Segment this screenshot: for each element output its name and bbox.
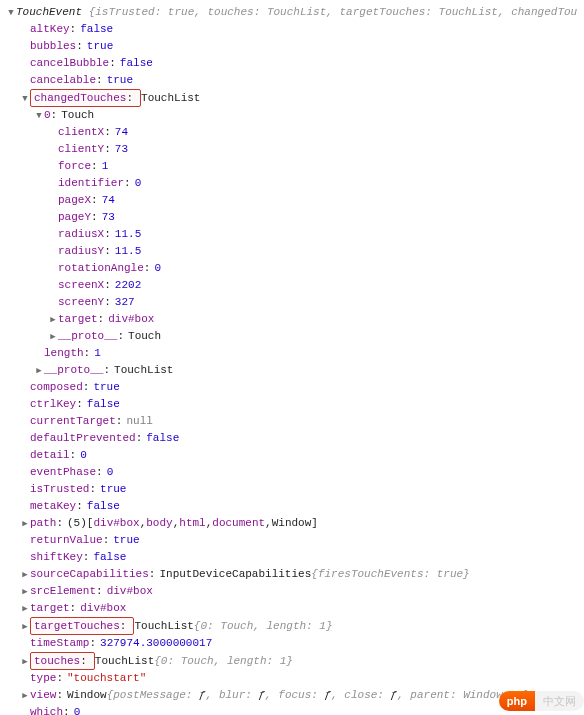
collapse-arrow-icon[interactable]: ▶ [20, 567, 30, 583]
touch-force[interactable]: ▶force:1 [6, 158, 578, 175]
prop-view[interactable]: ▶view:Window {postMessage: ƒ, blur: ƒ, f… [6, 687, 578, 704]
prop-target[interactable]: ▶target:div#box [6, 600, 578, 617]
touch-screeny[interactable]: ▶screenY:327 [6, 294, 578, 311]
touch-identifier[interactable]: ▶identifier:0 [6, 175, 578, 192]
touch-radiusx[interactable]: ▶radiusX:11.5 [6, 226, 578, 243]
prop-sourcecapabilities[interactable]: ▶sourceCapabilities:InputDeviceCapabilit… [6, 566, 578, 583]
touchlist-length[interactable]: ▶length:1 [6, 345, 578, 362]
touchlist-proto[interactable]: ▶__proto__:TouchList [6, 362, 578, 379]
collapse-arrow-icon[interactable]: ▶ [20, 516, 30, 532]
prop-cancelable[interactable]: ▶cancelable:true [6, 72, 578, 89]
prop-altkey[interactable]: ▶altKey:false [6, 21, 578, 38]
prop-cancelbubble[interactable]: ▶cancelBubble:false [6, 55, 578, 72]
collapse-arrow-icon[interactable]: ▶ [20, 584, 30, 600]
prop-detail[interactable]: ▶detail:0 [6, 447, 578, 464]
prop-which[interactable]: ▶which:0 [6, 704, 578, 715]
touch-screenx[interactable]: ▶screenX:2202 [6, 277, 578, 294]
watermark-pill: php [499, 691, 535, 711]
touch-clienty[interactable]: ▶clientY:73 [6, 141, 578, 158]
prop-returnvalue[interactable]: ▶returnValue:true [6, 532, 578, 549]
watermark-text: 中文网 [535, 691, 584, 711]
root-header[interactable]: ▼ TouchEvent {isTrusted: true, touches: … [6, 4, 578, 21]
prop-srcelement[interactable]: ▶srcElement:div#box [6, 583, 578, 600]
prop-targettouches[interactable]: ▶targetTouches: TouchList {0: Touch, len… [6, 617, 578, 635]
collapse-arrow-icon[interactable]: ▶ [20, 654, 30, 670]
watermark: php中文网 [499, 691, 584, 711]
prop-defaultprevented[interactable]: ▶defaultPrevented:false [6, 430, 578, 447]
prop-metakey[interactable]: ▶metaKey:false [6, 498, 578, 515]
touch-clientx[interactable]: ▶clientX:74 [6, 124, 578, 141]
collapse-arrow-icon[interactable]: ▶ [20, 601, 30, 617]
touch-pagey[interactable]: ▶pageY:73 [6, 209, 578, 226]
object-tree: ▼ TouchEvent {isTrusted: true, touches: … [6, 4, 578, 715]
prop-timestamp[interactable]: ▶timeStamp:327974.3000000017 [6, 635, 578, 652]
prop-path[interactable]: ▶path:(5) [div#box, body, html, document… [6, 515, 578, 532]
prop-shiftkey[interactable]: ▶shiftKey:false [6, 549, 578, 566]
prop-composed[interactable]: ▶composed:true [6, 379, 578, 396]
prop-bubbles[interactable]: ▶bubbles:true [6, 38, 578, 55]
prop-ctrlkey[interactable]: ▶ctrlKey:false [6, 396, 578, 413]
collapse-arrow-icon[interactable]: ▶ [48, 312, 58, 328]
touch-proto[interactable]: ▶__proto__:Touch [6, 328, 578, 345]
prop-istrusted[interactable]: ▶isTrusted:true [6, 481, 578, 498]
touchlist-item-0[interactable]: ▼0:Touch [6, 107, 578, 124]
prop-touches[interactable]: ▶touches: TouchList {0: Touch, length: 1… [6, 652, 578, 670]
touch-rotationangle[interactable]: ▶rotationAngle:0 [6, 260, 578, 277]
prop-changedtouches[interactable]: ▼changedTouches: TouchList [6, 89, 578, 107]
touch-target[interactable]: ▶target:div#box [6, 311, 578, 328]
prop-eventphase[interactable]: ▶eventPhase:0 [6, 464, 578, 481]
expand-arrow-icon[interactable]: ▼ [6, 5, 16, 21]
prop-currenttarget[interactable]: ▶currentTarget:null [6, 413, 578, 430]
expand-arrow-icon[interactable]: ▼ [34, 108, 44, 124]
collapse-arrow-icon[interactable]: ▶ [34, 363, 44, 379]
collapse-arrow-icon[interactable]: ▶ [20, 619, 30, 635]
prop-type[interactable]: ▶type:"touchstart" [6, 670, 578, 687]
touch-pagex[interactable]: ▶pageX:74 [6, 192, 578, 209]
collapse-arrow-icon[interactable]: ▶ [20, 688, 30, 704]
collapse-arrow-icon[interactable]: ▶ [48, 329, 58, 345]
expand-arrow-icon[interactable]: ▼ [20, 91, 30, 107]
touch-radiusy[interactable]: ▶radiusY:11.5 [6, 243, 578, 260]
class-name: TouchEvent [16, 6, 82, 18]
